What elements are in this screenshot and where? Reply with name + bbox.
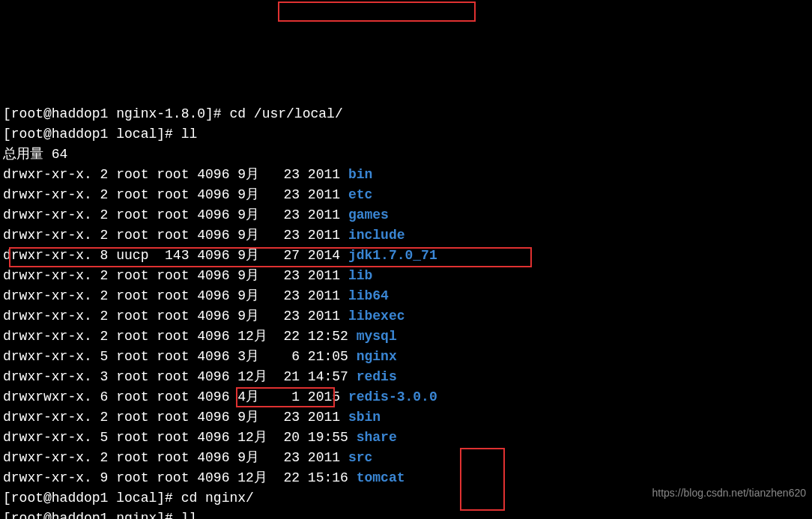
- list-item: drwxr-xr-x. 9 root root 4096 12月 22 15:1…: [3, 470, 405, 485]
- prompt: [root@haddop1 nginx-1.8.0]#: [3, 106, 229, 121]
- list-item: drwxr-xr-x. 2 root root 4096 9月 23 2011 …: [3, 228, 405, 243]
- directory-name: sbin: [348, 410, 381, 425]
- list-item: drwxrwxr-x. 6 root root 4096 4月 1 2015 r…: [3, 389, 437, 404]
- directory-name: src: [348, 450, 372, 465]
- prompt: [root@haddop1 nginx]#: [3, 511, 181, 519]
- list-item: drwxr-xr-x. 2 root root 4096 9月 23 2011 …: [3, 288, 389, 303]
- directory-name: lib64: [348, 288, 389, 303]
- file-listing: drwxr-xr-x. 2 root root 4096 9月 23 2011 …: [3, 165, 809, 488]
- directory-name: lib: [348, 268, 372, 283]
- directory-name: include: [348, 228, 405, 243]
- list-item: drwxr-xr-x. 2 root root 4096 9月 23 2011 …: [3, 268, 372, 283]
- prompt: [root@haddop1 local]#: [3, 491, 181, 506]
- list-item: drwxr-xr-x. 2 root root 4096 9月 23 2011 …: [3, 207, 389, 222]
- directory-name: bin: [348, 167, 372, 182]
- total-line: 总用量 64: [3, 147, 67, 162]
- directory-name: games: [348, 207, 389, 222]
- command-text: cd nginx/: [181, 491, 254, 506]
- list-item: drwxr-xr-x. 5 root root 4096 12月 20 19:5…: [3, 430, 397, 445]
- list-item: drwxr-xr-x. 2 root root 4096 9月 23 2011 …: [3, 450, 372, 465]
- directory-name: mysql: [357, 329, 397, 344]
- terminal-output[interactable]: [root@haddop1 nginx-1.8.0]# cd /usr/loca…: [3, 84, 809, 519]
- directory-name: redis: [357, 369, 397, 384]
- prompt-line: [root@haddop1 nginx]# ll: [3, 511, 197, 519]
- directory-name: redis-3.0.0: [348, 389, 437, 404]
- directory-name: jdk1.7.0_71: [348, 248, 437, 263]
- list-item: drwxr-xr-x. 8 uucp 143 4096 9月 27 2014 j…: [3, 248, 437, 263]
- prompt: [root@haddop1 local]#: [3, 127, 181, 142]
- list-item: drwxr-xr-x. 2 root root 4096 9月 23 2011 …: [3, 187, 372, 202]
- list-item: drwxr-xr-x. 3 root root 4096 12月 21 14:5…: [3, 369, 397, 384]
- command-text: ll: [181, 127, 198, 142]
- command-text: ll: [181, 511, 198, 519]
- prompt-line: [root@haddop1 nginx-1.8.0]# cd /usr/loca…: [3, 106, 343, 121]
- directory-name: libexec: [348, 309, 405, 324]
- list-item: drwxr-xr-x. 2 root root 4096 9月 23 2011 …: [3, 167, 372, 182]
- watermark-text: https://blog.csdn.net/tianzhen620: [652, 485, 806, 501]
- directory-name: nginx: [357, 349, 397, 364]
- list-item: drwxr-xr-x. 2 root root 4096 12月 22 12:5…: [3, 329, 397, 344]
- list-item: drwxr-xr-x. 5 root root 4096 3月 6 21:05 …: [3, 349, 397, 364]
- list-item: drwxr-xr-x. 2 root root 4096 9月 23 2011 …: [3, 309, 405, 324]
- prompt-line: [root@haddop1 local]# cd nginx/: [3, 491, 254, 506]
- command-text: cd /usr/local/: [229, 106, 342, 121]
- directory-name: share: [357, 430, 397, 445]
- directory-name: tomcat: [357, 470, 405, 485]
- list-item: drwxr-xr-x. 2 root root 4096 9月 23 2011 …: [3, 410, 381, 425]
- highlight-box: [278, 1, 476, 22]
- directory-name: etc: [348, 187, 372, 202]
- prompt-line: [root@haddop1 local]# ll: [3, 127, 197, 142]
